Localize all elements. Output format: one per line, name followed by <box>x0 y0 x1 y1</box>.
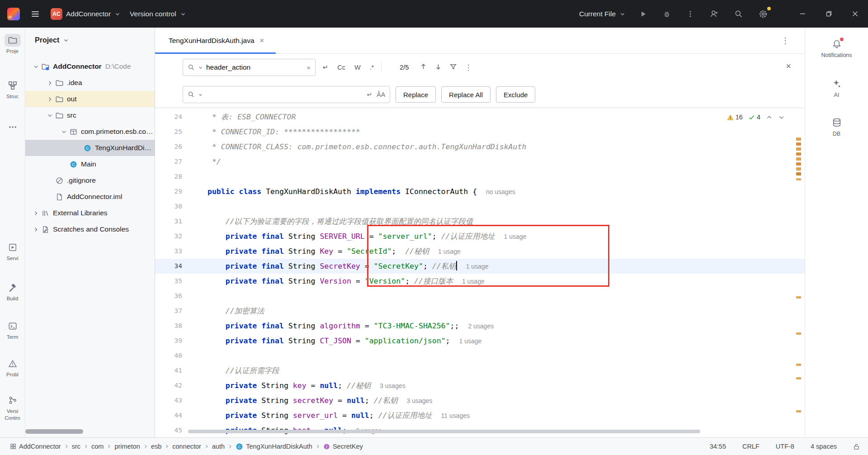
debug-button[interactable] <box>661 8 673 20</box>
line-number[interactable]: 25 <box>155 124 182 139</box>
code-line-42[interactable]: 42 private String key = null; //秘钥3 usag… <box>155 378 805 393</box>
line-number[interactable]: 43 <box>155 393 182 408</box>
main-menu-icon[interactable] <box>29 8 42 20</box>
usages-hint[interactable]: 3 usages <box>407 397 433 404</box>
tree-item-addconnector[interactable]: AddConnectorD:\Code <box>25 58 155 75</box>
find-options-icon[interactable]: ⋮ <box>464 63 472 72</box>
editor-tab[interactable]: TengXunHardDiskAuth.java × <box>155 28 276 54</box>
line-number[interactable]: 32 <box>155 229 182 244</box>
code-line-43[interactable]: 43 private String secretKey = null; //私钥… <box>155 393 805 408</box>
line-number[interactable]: 45 <box>155 423 182 437</box>
breadcrumb-item-auth[interactable]: auth <box>210 443 226 450</box>
line-number[interactable]: 44 <box>155 408 182 423</box>
tab-bar-options-icon[interactable]: ⋮ <box>781 36 789 46</box>
previous-occurrence-icon[interactable] <box>420 63 427 72</box>
line-number[interactable]: 42 <box>155 378 182 393</box>
tool-services[interactable]: Servi <box>0 241 25 261</box>
replace-field[interactable]: ↵ ÂA <box>183 86 390 103</box>
search-input[interactable] <box>206 63 303 71</box>
usages-hint[interactable]: 2 usages <box>468 322 494 330</box>
next-problem-icon[interactable] <box>778 114 785 121</box>
run-configuration-selector[interactable]: Current File <box>579 10 626 18</box>
tool-project[interactable]: Proje <box>0 34 25 54</box>
tree-item-idea[interactable]: .idea <box>25 75 155 91</box>
tool-version-control[interactable]: Versi Contro <box>0 394 25 421</box>
usages-hint[interactable]: 1 usage <box>459 337 482 345</box>
code-line-25[interactable]: 25 * CONNECTOR_ID: ***************** <box>155 124 805 139</box>
code-line-24[interactable]: 24 * 表: ESB_CONNECTOR <box>155 109 805 124</box>
warnings-indicator[interactable]: 16 <box>727 114 743 121</box>
panel-database[interactable]: DB <box>830 116 843 137</box>
code-with-me-button[interactable] <box>708 8 721 20</box>
window-restore-button[interactable] <box>816 0 842 28</box>
tool-build[interactable]: Build <box>0 281 25 302</box>
replace-all-button[interactable]: Replace All <box>441 86 491 103</box>
line-number[interactable]: 36 <box>155 289 182 303</box>
panel-notifications[interactable]: Notifications <box>821 38 852 58</box>
line-number[interactable]: 33 <box>155 244 182 259</box>
tree-item-main[interactable]: CMain <box>25 156 155 172</box>
code-line-40[interactable]: 40 <box>155 348 805 363</box>
tree-item-external-libraries[interactable]: External Libraries <box>25 205 155 221</box>
breadcrumb-item-secretkey[interactable]: fSecretKey <box>321 443 365 450</box>
code-line-33[interactable]: 33 private final String Key = "SecretId"… <box>155 244 805 259</box>
usages-hint[interactable]: 1 usage <box>504 233 527 240</box>
panel-ai[interactable]: AI <box>830 77 843 98</box>
line-number[interactable]: 39 <box>155 333 182 348</box>
breadcrumb-item-src[interactable]: src <box>70 443 82 450</box>
code-line-26[interactable]: 26 * CONNECTOR_CLASS: com.primeton.esb.c… <box>155 139 805 154</box>
code-line-34[interactable]: 34 private final String SecretKey = "Sec… <box>155 259 805 274</box>
caret-position-widget[interactable]: 34:55 <box>710 443 726 450</box>
breadcrumb-item-connector[interactable]: connector <box>170 443 203 450</box>
usages-hint[interactable]: 1 usage <box>466 263 489 270</box>
usages-hint[interactable]: 11 usages <box>441 412 470 419</box>
tool-more[interactable] <box>0 121 25 133</box>
line-number[interactable]: 38 <box>155 318 182 333</box>
next-occurrence-icon[interactable] <box>434 63 442 72</box>
tree-item-tengxunharddiskauth[interactable]: CTengXunHardDiskAuth <box>25 140 155 156</box>
search-everywhere-button[interactable] <box>732 8 745 20</box>
tree-chevron-down-icon[interactable] <box>45 112 55 119</box>
breadcrumb-item-addconnector[interactable]: AddConnector <box>8 443 63 450</box>
tree-item-scratches-and-consoles[interactable]: Scratches and Consoles <box>25 221 155 237</box>
usages-hint[interactable]: 1 usage <box>438 248 461 255</box>
line-number[interactable]: 24 <box>155 109 182 124</box>
whole-words-toggle[interactable]: W <box>352 62 363 73</box>
close-find-panel-icon[interactable]: × <box>786 61 791 71</box>
replace-input[interactable] <box>206 90 363 99</box>
vcs-widget[interactable]: Version control <box>130 10 186 18</box>
encoding-widget[interactable]: UTF-8 <box>776 443 794 450</box>
code-line-44[interactable]: 44 private String server_url = null; //认… <box>155 408 805 423</box>
exclude-button[interactable]: Exclude <box>496 86 535 103</box>
line-number[interactable]: 31 <box>155 214 182 229</box>
tree-item-src[interactable]: src <box>25 107 155 123</box>
code-line-29[interactable]: 29public class TengXunHardDiskAuth imple… <box>155 184 805 199</box>
ok-indicator[interactable]: 4 <box>748 114 760 121</box>
indent-widget[interactable]: 4 spaces <box>811 443 837 450</box>
code-line-30[interactable]: 30 <box>155 199 805 214</box>
insert-newline-icon[interactable]: ↵ <box>367 91 373 98</box>
tree-item-gitignore[interactable]: .gitignore <box>25 172 155 189</box>
breadcrumb-item-com[interactable]: com <box>90 443 105 450</box>
line-number[interactable]: 30 <box>155 199 182 214</box>
previous-problem-icon[interactable] <box>766 114 773 121</box>
breadcrumb-item-primeton[interactable]: primeton <box>113 443 142 450</box>
breadcrumb-item-esb[interactable]: esb <box>149 443 163 450</box>
line-number[interactable]: 27 <box>155 154 182 169</box>
line-number[interactable]: 35 <box>155 274 182 289</box>
line-number[interactable]: 29 <box>155 184 182 199</box>
regex-toggle[interactable]: .* <box>367 62 377 73</box>
line-number[interactable]: 26 <box>155 139 182 154</box>
tree-item-com-primeton-esb-connector-auth[interactable]: com.primeton.esb.connector.auth <box>25 123 155 140</box>
line-number[interactable]: 34 <box>155 259 182 274</box>
line-number[interactable]: 37 <box>155 303 182 318</box>
code-line-37[interactable]: 37 //加密算法 <box>155 303 805 318</box>
preserve-case-icon[interactable]: ÂA <box>377 91 385 98</box>
usages-hint[interactable]: 1 usage <box>462 278 485 285</box>
line-separator-widget[interactable]: CRLF <box>742 443 760 450</box>
line-number[interactable]: 40 <box>155 348 182 363</box>
code-line-36[interactable]: 36 <box>155 289 805 303</box>
tree-chevron-right-icon[interactable] <box>31 210 41 217</box>
project-panel-header[interactable]: Project <box>25 28 155 53</box>
tree-chevron-right-icon[interactable] <box>45 96 55 103</box>
